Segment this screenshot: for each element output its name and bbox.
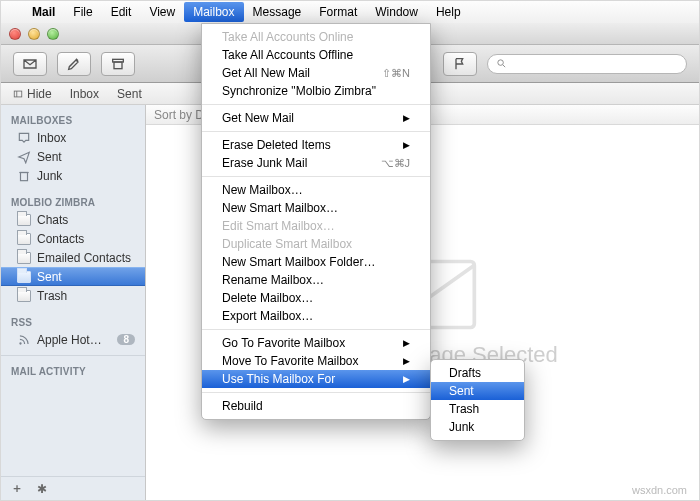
- inbox-icon: [17, 132, 31, 144]
- mailbox-menu: Take All Accounts OnlineTake All Account…: [201, 23, 431, 420]
- sidebar-footer: ＋ ✱: [1, 476, 145, 500]
- menu-item[interactable]: Use This Mailbox For▶: [202, 370, 430, 388]
- svg-rect-6: [21, 172, 28, 180]
- menu-item: Edit Smart Mailbox…: [202, 217, 430, 235]
- submenu-arrow-icon: ▶: [403, 140, 410, 150]
- minimize-window-button[interactable]: [28, 28, 40, 40]
- menu-item-label: Get All New Mail: [222, 66, 310, 80]
- menu-item-label: Take All Accounts Offline: [222, 48, 353, 62]
- sidebar-item-label: Sent: [37, 270, 62, 284]
- menu-item-label: Move To Favorite Mailbox: [222, 354, 359, 368]
- favorite-sent[interactable]: Sent: [117, 87, 142, 101]
- menu-item-label: Rename Mailbox…: [222, 273, 324, 287]
- folder-icon: [17, 252, 31, 264]
- sidebar-item-label: Trash: [37, 289, 67, 303]
- menu-mailbox[interactable]: Mailbox: [184, 2, 243, 22]
- sidebar-item-label: Junk: [37, 169, 62, 183]
- watermark: wsxdn.com: [632, 484, 687, 496]
- sidebar-item-sent-account[interactable]: Sent: [1, 267, 145, 286]
- submenu-arrow-icon: ▶: [403, 338, 410, 348]
- svg-line-3: [503, 65, 505, 67]
- system-menubar: Mail File Edit View Mailbox Message Form…: [1, 1, 699, 23]
- search-input[interactable]: [511, 57, 678, 71]
- use-this-mailbox-for-submenu: DraftsSentTrashJunk: [430, 359, 525, 441]
- unread-badge: 8: [117, 334, 135, 345]
- svg-point-8: [19, 342, 21, 344]
- close-window-button[interactable]: [9, 28, 21, 40]
- submenu-arrow-icon: ▶: [403, 356, 410, 366]
- submenu-item[interactable]: Drafts: [431, 364, 524, 382]
- menu-item[interactable]: Delete Mailbox…: [202, 289, 430, 307]
- menu-item[interactable]: Go To Favorite Mailbox▶: [202, 334, 430, 352]
- archive-button[interactable]: [101, 52, 135, 76]
- menu-view[interactable]: View: [140, 2, 184, 22]
- menu-item[interactable]: Rebuild: [202, 397, 430, 415]
- favorite-inbox[interactable]: Inbox: [70, 87, 99, 101]
- sidebar-item-junk-global[interactable]: Junk: [1, 166, 145, 185]
- sidebar-item-label: Sent: [37, 150, 62, 164]
- sidebar-item-contacts[interactable]: Contacts: [1, 229, 145, 248]
- compose-button[interactable]: [57, 52, 91, 76]
- menu-item-label: Erase Junk Mail: [222, 156, 307, 170]
- submenu-item[interactable]: Sent: [431, 382, 524, 400]
- menu-item[interactable]: Rename Mailbox…: [202, 271, 430, 289]
- menu-edit[interactable]: Edit: [102, 2, 141, 22]
- folder-icon: [17, 214, 31, 226]
- rss-icon: [17, 334, 31, 346]
- menu-item[interactable]: Erase Junk Mail⌥⌘J: [202, 154, 430, 172]
- search-field[interactable]: [487, 54, 687, 74]
- menu-file[interactable]: File: [64, 2, 101, 22]
- add-button[interactable]: ＋: [11, 480, 23, 497]
- hide-sidebar-button[interactable]: Hide: [13, 87, 52, 101]
- menu-item[interactable]: Export Mailbox…: [202, 307, 430, 325]
- flag-button[interactable]: [443, 52, 477, 76]
- sidebar-item-inbox[interactable]: Inbox: [1, 128, 145, 147]
- sidebar-item-trash-account[interactable]: Trash: [1, 286, 145, 305]
- menu-item[interactable]: Take All Accounts Offline: [202, 46, 430, 64]
- submenu-arrow-icon: ▶: [403, 113, 410, 123]
- menu-help[interactable]: Help: [427, 2, 470, 22]
- menu-item-label: New Smart Mailbox…: [222, 201, 338, 215]
- menu-format[interactable]: Format: [310, 2, 366, 22]
- sidebar-section-activity: MAIL ACTIVITY: [1, 362, 145, 379]
- folder-icon: [17, 233, 31, 245]
- sidebar-item-chats[interactable]: Chats: [1, 210, 145, 229]
- submenu-arrow-icon: ▶: [403, 374, 410, 384]
- menu-item[interactable]: Move To Favorite Mailbox▶: [202, 352, 430, 370]
- menu-item[interactable]: Synchronize "Molbio Zimbra": [202, 82, 430, 100]
- sidebar-item-rss-applehot[interactable]: Apple Hot…8: [1, 330, 145, 349]
- menu-item-label: Export Mailbox…: [222, 309, 313, 323]
- sent-icon: [17, 151, 31, 163]
- menu-item[interactable]: Get New Mail▶: [202, 109, 430, 127]
- sidebar-item-emailed-contacts[interactable]: Emailed Contacts: [1, 248, 145, 267]
- menu-window[interactable]: Window: [366, 2, 427, 22]
- menu-item-label: Synchronize "Molbio Zimbra": [222, 84, 376, 98]
- menu-item[interactable]: New Smart Mailbox Folder…: [202, 253, 430, 271]
- hide-label: Hide: [27, 87, 52, 101]
- sidebar-item-label: Chats: [37, 213, 68, 227]
- app-menu[interactable]: Mail: [23, 2, 64, 22]
- menu-item-label: Use This Mailbox For: [222, 372, 335, 386]
- menu-message[interactable]: Message: [244, 2, 311, 22]
- menu-item: Duplicate Smart Mailbox: [202, 235, 430, 253]
- menu-item[interactable]: New Mailbox…: [202, 181, 430, 199]
- menu-item-label: Rebuild: [222, 399, 263, 413]
- submenu-item[interactable]: Trash: [431, 400, 524, 418]
- sidebar-section-rss: RSS: [1, 313, 145, 330]
- menu-shortcut: ⇧⌘N: [382, 67, 410, 80]
- search-icon: [496, 58, 507, 69]
- menu-item-label: Duplicate Smart Mailbox: [222, 237, 352, 251]
- sidebar-item-sent-global[interactable]: Sent: [1, 147, 145, 166]
- menu-item[interactable]: New Smart Mailbox…: [202, 199, 430, 217]
- action-menu-button[interactable]: ✱: [37, 482, 47, 496]
- folder-icon: [17, 271, 31, 283]
- submenu-item[interactable]: Junk: [431, 418, 524, 436]
- menu-item-label: Go To Favorite Mailbox: [222, 336, 345, 350]
- sidebar: MAILBOXES Inbox Sent Junk MOLBIO ZIMBRA …: [1, 105, 146, 500]
- get-mail-button[interactable]: [13, 52, 47, 76]
- menu-item[interactable]: Erase Deleted Items▶: [202, 136, 430, 154]
- menu-item-label: Edit Smart Mailbox…: [222, 219, 335, 233]
- folder-icon: [17, 290, 31, 302]
- menu-item[interactable]: Get All New Mail⇧⌘N: [202, 64, 430, 82]
- zoom-window-button[interactable]: [47, 28, 59, 40]
